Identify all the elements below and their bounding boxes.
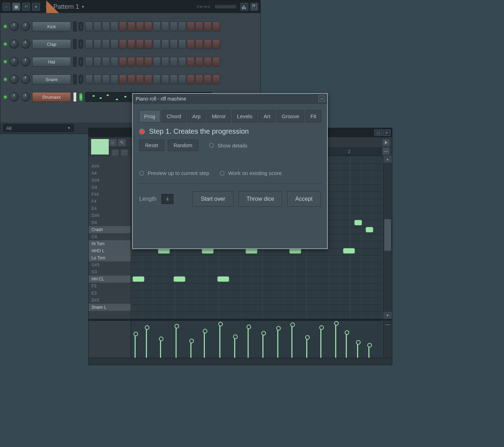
- channel-name-button[interactable]: Snare: [32, 74, 71, 84]
- step-button[interactable]: [119, 57, 127, 67]
- velocity-event[interactable]: [357, 342, 358, 358]
- step-button[interactable]: [170, 57, 178, 67]
- step-button[interactable]: [119, 39, 127, 49]
- riff-tab-prog[interactable]: Prog: [139, 110, 160, 122]
- step-button[interactable]: [161, 57, 169, 67]
- pr-vertical-scrollbar[interactable]: ▲ ▼: [383, 156, 392, 319]
- scroll-down-icon[interactable]: ▼: [383, 312, 392, 319]
- step-button[interactable]: [144, 39, 152, 49]
- pr-note-preview[interactable]: [91, 139, 109, 155]
- step-button[interactable]: [136, 22, 144, 31]
- step-button[interactable]: [161, 39, 169, 49]
- step-button[interactable]: [119, 22, 127, 31]
- step-button[interactable]: [170, 39, 178, 49]
- channel-filter-dropdown[interactable]: All ▼: [3, 124, 74, 132]
- step-button[interactable]: [178, 57, 186, 67]
- channel-pan-knob[interactable]: [10, 92, 19, 102]
- step-active-radio-icon[interactable]: [139, 129, 145, 134]
- piano-key[interactable]: C4: [89, 233, 131, 240]
- step-button[interactable]: [85, 22, 93, 31]
- preview-radio[interactable]: [139, 171, 144, 176]
- step-button[interactable]: [187, 39, 195, 49]
- riff-tab-chord[interactable]: Chord: [162, 110, 186, 122]
- step-button[interactable]: [204, 22, 212, 31]
- channel-select-bar[interactable]: [73, 57, 77, 67]
- velocity-event[interactable]: [248, 326, 249, 358]
- channel-name-button[interactable]: Drumaxx: [32, 92, 71, 102]
- step-button[interactable]: [128, 74, 135, 84]
- cr-tool-move-icon[interactable]: ↔: [2, 3, 10, 11]
- step-button[interactable]: [85, 57, 93, 67]
- step-button[interactable]: [204, 39, 212, 49]
- velocity-event[interactable]: [335, 322, 336, 358]
- pr-magnet-icon[interactable]: ∩: [108, 139, 117, 146]
- velocity-event[interactable]: [291, 324, 292, 358]
- velocity-event[interactable]: [234, 336, 235, 358]
- step-button[interactable]: [195, 22, 203, 31]
- riff-tab-fit[interactable]: Fit: [306, 110, 321, 122]
- riff-tab-groove[interactable]: Groove: [277, 110, 304, 122]
- piano-key[interactable]: F#4: [89, 191, 131, 198]
- reset-button[interactable]: Reset: [139, 140, 164, 151]
- piano-key[interactable]: E3: [89, 290, 131, 297]
- step-button[interactable]: [85, 74, 93, 84]
- riff-close-icon[interactable]: ×: [319, 96, 325, 102]
- step-button[interactable]: [144, 57, 152, 67]
- pr-pencil-icon[interactable]: ✎: [118, 139, 126, 146]
- step-button[interactable]: [136, 74, 144, 84]
- step-button[interactable]: [136, 57, 144, 67]
- step-button[interactable]: [212, 39, 220, 49]
- scroll-up-icon[interactable]: ▲: [383, 156, 392, 163]
- piano-key[interactable]: G#3: [89, 261, 131, 268]
- random-button[interactable]: Random: [168, 140, 198, 151]
- channel-select-bar[interactable]: [73, 39, 77, 49]
- channel-led-icon[interactable]: [4, 78, 7, 81]
- step-button[interactable]: [153, 39, 161, 49]
- channel-vol-knob[interactable]: [21, 22, 30, 31]
- step-button[interactable]: [153, 22, 161, 31]
- cr-tool-grid-icon[interactable]: ▦: [12, 3, 20, 11]
- velocity-event[interactable]: [262, 332, 263, 358]
- step-button[interactable]: [94, 39, 101, 49]
- note[interactable]: [132, 276, 144, 282]
- step-button[interactable]: [94, 57, 101, 67]
- channel-pan-knob[interactable]: [10, 22, 19, 31]
- length-value[interactable]: 4: [161, 194, 173, 204]
- piano-key[interactable]: D#3: [89, 297, 131, 304]
- step-button[interactable]: [102, 22, 110, 31]
- channel-led-icon[interactable]: [4, 60, 7, 63]
- step-button[interactable]: [144, 74, 152, 84]
- step-button[interactable]: [187, 74, 195, 84]
- step-button[interactable]: [178, 39, 186, 49]
- piano-key[interactable]: D#4: [89, 212, 131, 219]
- channel-select-bar[interactable]: [73, 92, 77, 102]
- scroll-thumb[interactable]: [384, 219, 391, 251]
- velocity-event[interactable]: [219, 323, 220, 358]
- note[interactable]: [366, 227, 373, 232]
- step-button[interactable]: [195, 74, 203, 84]
- step-button[interactable]: [128, 22, 135, 31]
- cr-tool-undo-icon[interactable]: ↶: [22, 3, 30, 11]
- step-button[interactable]: [153, 74, 161, 84]
- step-button[interactable]: [111, 57, 118, 67]
- step-button[interactable]: [102, 57, 110, 67]
- channel-pan-knob[interactable]: [10, 40, 19, 49]
- step-button[interactable]: [212, 74, 220, 84]
- step-button[interactable]: [94, 22, 101, 31]
- swing-slider[interactable]: [215, 5, 236, 8]
- channel-led-icon[interactable]: [4, 96, 7, 98]
- channel-name-button[interactable]: Clap: [32, 39, 71, 49]
- show-details-radio[interactable]: [209, 143, 214, 148]
- velocity-event[interactable]: [160, 338, 161, 358]
- step-button[interactable]: [212, 22, 220, 31]
- channel-pan-knob[interactable]: [10, 75, 19, 84]
- channel-name-button[interactable]: Kick: [32, 22, 71, 31]
- start-over-button[interactable]: Start over: [192, 191, 233, 207]
- step-button[interactable]: [128, 57, 135, 67]
- channel-vol-knob[interactable]: [21, 57, 30, 66]
- piano-key[interactable]: F3: [89, 283, 131, 290]
- riff-tab-levels[interactable]: Levels: [232, 110, 257, 122]
- piano-key[interactable]: Hi Tom: [89, 240, 131, 247]
- maximize-icon[interactable]: □: [374, 129, 382, 136]
- velocity-event[interactable]: [146, 327, 147, 358]
